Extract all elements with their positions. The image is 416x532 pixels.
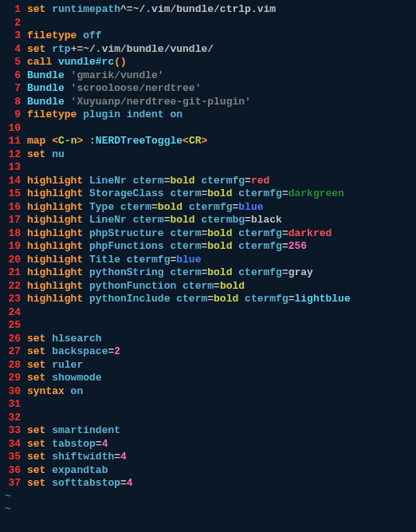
line-number: 34: [3, 438, 27, 451]
line-number: 5: [3, 56, 27, 69]
code-line[interactable]: 11map <C-n> :NERDTreeToggle<CR>: [3, 135, 413, 148]
code-content[interactable]: set ruler: [27, 359, 413, 372]
code-content[interactable]: syntax on: [27, 385, 413, 399]
code-content[interactable]: set backspace=2: [27, 345, 413, 359]
code-content[interactable]: highlight LineNr cterm=bold ctermbg=blac…: [27, 214, 413, 227]
line-number: 12: [3, 148, 27, 162]
code-content[interactable]: Bundle 'gmarik/vundle': [27, 69, 413, 83]
code-content[interactable]: Bundle 'scrooloose/nerdtree': [27, 82, 413, 96]
code-content[interactable]: set showmode: [27, 372, 413, 385]
code-content[interactable]: set hlsearch: [27, 333, 413, 346]
line-number: 23: [3, 293, 27, 306]
code-content[interactable]: [27, 17, 413, 30]
code-content[interactable]: set nu: [27, 148, 413, 162]
code-content[interactable]: [27, 306, 413, 320]
vim-editor[interactable]: 1set runtimepath^=~/.vim/bundle/ctrlp.vi…: [3, 3, 413, 517]
code-content[interactable]: highlight phpStructure cterm=bold ctermf…: [27, 227, 413, 241]
code-line[interactable]: 14highlight LineNr cterm=bold ctermfg=re…: [3, 175, 413, 188]
code-line[interactable]: 20highlight Title ctermfg=blue: [3, 254, 413, 267]
code-content[interactable]: set rtp+=~/.vim/bundle/vundle/: [27, 43, 413, 57]
code-content[interactable]: set runtimepath^=~/.vim/bundle/ctrlp.vim: [27, 3, 413, 17]
code-line[interactable]: 35set shiftwidth=4: [3, 451, 413, 464]
line-number: 14: [3, 175, 27, 188]
code-content[interactable]: filetype plugin indent on: [27, 108, 413, 122]
code-content[interactable]: [27, 161, 413, 175]
line-number: 6: [3, 69, 27, 83]
code-content[interactable]: filetype off: [27, 30, 413, 43]
code-line[interactable]: 10: [3, 122, 413, 136]
code-content[interactable]: highlight Type cterm=bold ctermfg=blue: [27, 201, 413, 215]
code-line[interactable]: 24: [3, 306, 413, 320]
code-line[interactable]: 21highlight pythonString cterm=bold cter…: [3, 266, 413, 280]
line-number: 4: [3, 43, 27, 57]
line-number: 27: [3, 345, 27, 359]
code-line[interactable]: 29set showmode: [3, 372, 413, 385]
line-number: 37: [3, 477, 27, 491]
line-number: 9: [3, 108, 27, 122]
code-content[interactable]: set shiftwidth=4: [27, 451, 413, 464]
line-number: 13: [3, 161, 27, 175]
line-number: 17: [3, 214, 27, 227]
code-line[interactable]: 19highlight phpFunctions cterm=bold cter…: [3, 240, 413, 254]
line-number: 35: [3, 451, 27, 464]
empty-line-tilde: ~: [3, 491, 413, 504]
code-line[interactable]: 15highlight StorageClass cterm=bold cter…: [3, 187, 413, 201]
code-line[interactable]: 1set runtimepath^=~/.vim/bundle/ctrlp.vi…: [3, 3, 413, 17]
code-content[interactable]: set expandtab: [27, 464, 413, 478]
code-line[interactable]: 5call vundle#rc(): [3, 56, 413, 69]
code-line[interactable]: 4set rtp+=~/.vim/bundle/vundle/: [3, 43, 413, 57]
line-number: 11: [3, 135, 27, 148]
code-content[interactable]: highlight Title ctermfg=blue: [27, 254, 413, 267]
code-line[interactable]: 6Bundle 'gmarik/vundle': [3, 69, 413, 83]
code-content[interactable]: highlight pythonString cterm=bold ctermf…: [27, 266, 413, 280]
code-content[interactable]: highlight pythonFunction cterm=bold: [27, 280, 413, 294]
code-line[interactable]: 33set smartindent: [3, 424, 413, 438]
code-line[interactable]: 27set backspace=2: [3, 345, 413, 359]
code-line[interactable]: 31: [3, 398, 413, 412]
line-number: 29: [3, 372, 27, 385]
code-line[interactable]: 32: [3, 412, 413, 425]
line-number: 19: [3, 240, 27, 254]
code-content[interactable]: [27, 319, 413, 333]
code-content[interactable]: Bundle 'Xuyuanp/nerdtree-git-plugin': [27, 96, 413, 109]
line-number: 24: [3, 306, 27, 320]
code-content[interactable]: call vundle#rc(): [27, 56, 413, 69]
line-number: 20: [3, 254, 27, 267]
code-content[interactable]: set softtabstop=4: [27, 477, 413, 491]
code-line[interactable]: 8Bundle 'Xuyuanp/nerdtree-git-plugin': [3, 96, 413, 109]
line-number: 30: [3, 385, 27, 399]
code-line[interactable]: 12set nu: [3, 148, 413, 162]
line-number: 3: [3, 30, 27, 43]
code-line[interactable]: 34set tabstop=4: [3, 438, 413, 451]
code-content[interactable]: [27, 398, 413, 412]
line-number: 28: [3, 359, 27, 372]
code-line[interactable]: 3filetype off: [3, 30, 413, 43]
line-number: 10: [3, 122, 27, 136]
code-content[interactable]: [27, 122, 413, 136]
code-line[interactable]: 28set ruler: [3, 359, 413, 372]
code-line[interactable]: 7Bundle 'scrooloose/nerdtree': [3, 82, 413, 96]
code-content[interactable]: highlight StorageClass cterm=bold ctermf…: [27, 187, 413, 201]
line-number: 31: [3, 398, 27, 412]
code-line[interactable]: 18highlight phpStructure cterm=bold cter…: [3, 227, 413, 241]
code-line[interactable]: 25: [3, 319, 413, 333]
code-content[interactable]: highlight pythonInclude cterm=bold cterm…: [27, 293, 413, 306]
code-content[interactable]: set tabstop=4: [27, 438, 413, 451]
line-number: 26: [3, 333, 27, 346]
code-line[interactable]: 2: [3, 17, 413, 30]
code-line[interactable]: 13: [3, 161, 413, 175]
code-line[interactable]: 36set expandtab: [3, 464, 413, 478]
code-line[interactable]: 16highlight Type cterm=bold ctermfg=blue: [3, 201, 413, 215]
code-line[interactable]: 37set softtabstop=4: [3, 477, 413, 491]
code-line[interactable]: 17highlight LineNr cterm=bold ctermbg=bl…: [3, 214, 413, 227]
code-line[interactable]: 30syntax on: [3, 385, 413, 399]
code-line[interactable]: 22highlight pythonFunction cterm=bold: [3, 280, 413, 294]
code-content[interactable]: highlight phpFunctions cterm=bold ctermf…: [27, 240, 413, 254]
code-line[interactable]: 26set hlsearch: [3, 333, 413, 346]
code-content[interactable]: [27, 412, 413, 425]
code-line[interactable]: 9filetype plugin indent on: [3, 108, 413, 122]
code-content[interactable]: map <C-n> :NERDTreeToggle<CR>: [27, 135, 413, 148]
code-content[interactable]: set smartindent: [27, 424, 413, 438]
code-content[interactable]: highlight LineNr cterm=bold ctermfg=red: [27, 175, 413, 188]
code-line[interactable]: 23highlight pythonInclude cterm=bold cte…: [3, 293, 413, 306]
